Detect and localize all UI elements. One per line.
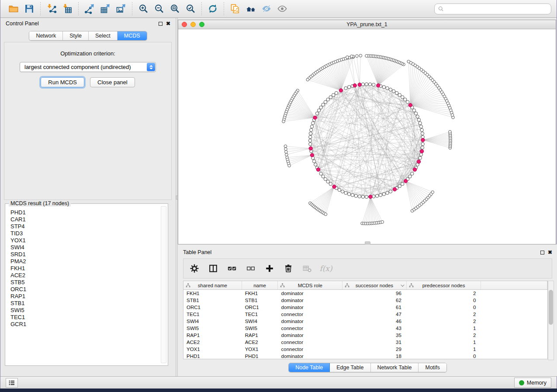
mcds-result-item[interactable]: STB1 (10, 300, 155, 307)
mcds-result-item[interactable]: FKH1 (10, 265, 155, 272)
table-scrollbar[interactable] (548, 281, 554, 360)
column-label: shared name (198, 283, 227, 288)
table-panel-tabs: Node TableEdge TableNetwork TableMotifs (178, 363, 557, 372)
memory-button[interactable]: Memory (514, 378, 551, 388)
tab-select[interactable]: Select (89, 31, 118, 40)
mcds-result-item[interactable]: ORC1 (10, 286, 155, 293)
mcds-result-item[interactable]: STB5 (10, 279, 155, 286)
toolbar-icons (6, 0, 290, 17)
table-clear-icon (302, 264, 312, 273)
close-control-panel-button[interactable]: ✖ (166, 21, 170, 26)
mcds-result-item[interactable]: RAP1 (10, 293, 155, 300)
zoom-in-button[interactable] (135, 1, 151, 16)
function-builder-button[interactable]: f(x) (320, 261, 332, 276)
column-type-icon (186, 283, 190, 288)
zoom-out-button[interactable] (151, 1, 167, 16)
splitter-grip-icon[interactable] (365, 241, 370, 244)
mcds-result-item[interactable]: GCR1 (10, 321, 155, 328)
table-row[interactable]: PHD1PHD1dominator180 (183, 353, 547, 360)
zoom-fit-button[interactable] (167, 1, 183, 16)
zoom-selected-button[interactable] (183, 1, 198, 16)
export-table-button[interactable] (97, 1, 113, 16)
clear-table-button[interactable] (301, 261, 313, 276)
mcds-panel: Optimization criterion: largest connecte… (4, 42, 172, 200)
table-cell: RAP1 (183, 333, 242, 338)
scrollbar-thumb[interactable] (549, 290, 553, 325)
table-row[interactable]: SWI5SWI5connector431 (183, 325, 547, 332)
tab-style[interactable]: Style (63, 31, 89, 40)
table-cell: dominator (278, 333, 343, 338)
clone-network-button[interactable] (227, 1, 243, 16)
network-canvas[interactable] (178, 29, 556, 244)
task-history-button[interactable] (6, 378, 18, 388)
mcds-result-item[interactable]: TEC1 (10, 314, 155, 321)
column-header-mcds-role[interactable]: MCDS role (278, 281, 343, 289)
column-header-shared-name[interactable]: shared name (183, 281, 242, 289)
mcds-result-item[interactable]: ACE2 (10, 272, 155, 279)
apply-layout-button[interactable] (205, 1, 221, 16)
mcds-result-item[interactable]: CAR1 (10, 216, 155, 223)
table-cell: 31 (343, 340, 407, 345)
add-column-button[interactable] (264, 261, 275, 276)
close-table-panel-button[interactable]: ✖ (548, 250, 552, 255)
table-row[interactable]: TEC1TEC1connector472 (183, 311, 547, 318)
table-row[interactable]: YOX1YOX1connector291 (183, 346, 547, 353)
columns-icon (208, 264, 218, 273)
table-options-button[interactable] (189, 261, 200, 276)
open-file-button[interactable] (6, 1, 21, 16)
table-row[interactable]: ORC1ORC1dominator610 (183, 304, 547, 311)
network-view-window: YPA_prune.txt_1 (178, 20, 556, 244)
float-table-panel-button[interactable] (540, 251, 544, 254)
import-network-button[interactable] (44, 1, 59, 16)
table-row[interactable]: SWI4SWI4dominator462 (183, 318, 547, 325)
tab-edge-table[interactable]: Edge Table (330, 363, 370, 372)
column-visibility-button[interactable] (208, 261, 219, 276)
tab-node-table[interactable]: Node Table (289, 363, 330, 372)
export-table-icon (100, 3, 111, 14)
mcds-scrollbar[interactable] (161, 206, 166, 363)
optimization-criterion-select[interactable]: largest connected component (undirected) (20, 62, 156, 72)
table-cell: SWI4 (242, 319, 278, 324)
delete-column-button[interactable] (283, 261, 294, 276)
import-table-button[interactable] (59, 1, 75, 16)
sort-desc-icon (401, 283, 404, 286)
table-row[interactable]: ACE2ACE2connector311 (183, 339, 547, 346)
tab-motifs[interactable]: Motifs (419, 363, 446, 372)
tab-mcds[interactable]: MCDS (118, 31, 147, 40)
column-header-predecessor-nodes[interactable]: predecessor nodes (407, 281, 481, 289)
search-input[interactable] (444, 4, 548, 13)
tab-network-table[interactable]: Network Table (371, 363, 419, 372)
table-row[interactable]: STB1STB1dominator620 (183, 297, 547, 304)
float-control-panel-button[interactable] (159, 22, 163, 26)
mcds-result-list[interactable]: PHD1CAR1STP4TID3YOX1SWI4SRD1PMA2FKH1ACE2… (7, 207, 158, 364)
first-neighbors-button[interactable] (243, 1, 259, 16)
mcds-result-item[interactable]: PMA2 (10, 258, 155, 265)
select-all-button[interactable] (226, 261, 238, 276)
save-session-button[interactable] (21, 1, 37, 16)
mcds-result-item[interactable]: SWI4 (10, 244, 155, 251)
table-cell: 1 (407, 326, 481, 331)
run-mcds-button[interactable]: Run MCDS (41, 77, 84, 87)
mcds-result-item[interactable]: TID3 (10, 230, 155, 237)
mcds-result-item[interactable]: SWI5 (10, 307, 155, 314)
table-cell: 35 (343, 333, 407, 338)
hide-selected-button[interactable] (259, 1, 274, 16)
export-network-button[interactable] (82, 1, 97, 16)
tab-network[interactable]: Network (29, 31, 63, 40)
table-cell: STB1 (183, 298, 242, 303)
mcds-result-item[interactable]: PHD1 (10, 209, 155, 216)
table-row[interactable]: FKH1FKH1dominator962 (183, 290, 547, 297)
table-row[interactable]: RAP1RAP1dominator352 (183, 332, 547, 339)
control-panel-title: Control Panel (6, 21, 39, 27)
mcds-result-item[interactable]: YOX1 (10, 237, 155, 244)
column-header-name[interactable]: name (242, 281, 278, 289)
mcds-result-item[interactable]: SRD1 (10, 251, 155, 258)
close-mcds-panel-button[interactable]: Close panel (90, 77, 135, 87)
table-cell: 1 (407, 347, 481, 352)
search-field[interactable] (434, 3, 551, 14)
export-image-button[interactable] (113, 1, 129, 16)
mcds-result-item[interactable]: STP4 (10, 223, 155, 230)
column-header-successor-nodes[interactable]: successor nodes (343, 281, 407, 289)
deselect-all-button[interactable] (245, 261, 256, 276)
show-all-button[interactable] (274, 1, 290, 16)
